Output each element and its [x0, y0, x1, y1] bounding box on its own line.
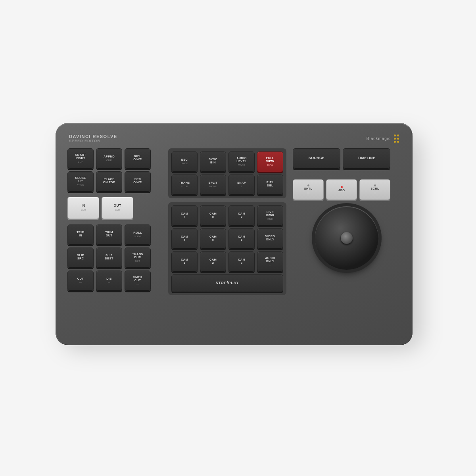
left-row3: TRIMIN TRIMOUT ROLL SLIDE: [67, 225, 162, 245]
left-row4: SLIPSRC SLIPDEST TRANSDUR SET: [67, 248, 162, 268]
dot4: [397, 138, 399, 140]
timeline-key[interactable]: TIMELINE: [343, 148, 390, 169]
section-left: SMARTINSRT CLIP APPND CLIP RIPLO/WR: [67, 148, 162, 295]
center-top-group: ESC UNDO SYNCBIN AUDIOLEVEL MARK FULL: [168, 148, 286, 198]
left-bottom-keys: TRIMIN TRIMOUT ROLL SLIDE: [67, 225, 162, 291]
cam3-key[interactable]: CAM3: [228, 251, 255, 272]
left-row5: CUT — DIS — SMTHCUT —: [67, 271, 162, 291]
dot1: [394, 134, 396, 136]
dis-key[interactable]: DIS —: [96, 271, 122, 291]
smth-cut-key[interactable]: SMTHCUT —: [125, 271, 151, 291]
cam-row1: CAM7 CAM8 CAM9 LIVEO/WR RND: [171, 205, 283, 226]
place-on-top-key[interactable]: PLACEON TOP: [96, 171, 122, 192]
cam8-key[interactable]: CAM8: [200, 205, 226, 226]
center-row1: ESC UNDO SYNCBIN AUDIOLEVEL MARK FULL: [171, 152, 283, 172]
jog-key[interactable]: JOG: [326, 179, 357, 200]
roll-key[interactable]: ROLL SLIDE: [125, 225, 151, 245]
cam6-key[interactable]: CAM6: [228, 228, 255, 249]
dot2: [397, 134, 399, 136]
spacer: [136, 197, 162, 219]
src-owr-key[interactable]: SRCO/WR: [125, 171, 151, 192]
brand-title: DAVINCI RESOLVE: [69, 134, 117, 139]
cam-row2: CAM4 CAM5 CAM6 VIDEOONLY: [171, 228, 283, 249]
ripl-owr-key[interactable]: RIPLO/WR: [125, 148, 151, 169]
cut-key[interactable]: CUT —: [67, 271, 94, 291]
slip-dest-key[interactable]: SLIPDEST: [96, 248, 122, 268]
stop-play-key[interactable]: STOP/PLAY: [171, 274, 283, 292]
left-row1: SMARTINSRT CLIP APPND CLIP RIPLO/WR: [67, 148, 162, 169]
shtl-key[interactable]: SHTL —: [293, 179, 324, 200]
source-key[interactable]: SOURCE: [293, 148, 340, 169]
jog-wheel-container: [293, 206, 401, 270]
left-top-keys: SMARTINSRT CLIP APPND CLIP RIPLO/WR: [67, 148, 162, 192]
ctrl-keys-col: SHTL — JOG SCRL —: [293, 179, 390, 200]
ctrl-jog-area: SHTL — JOG SCRL —: [293, 179, 401, 200]
appnd-key[interactable]: APPND CLIP: [96, 148, 122, 169]
trim-out-key[interactable]: TRIMOUT: [96, 225, 122, 245]
ripl-del-key[interactable]: RIPLDEL: [257, 175, 283, 195]
brand-right: Blackmagic: [367, 134, 399, 143]
trim-in-key[interactable]: TRIMIN: [67, 225, 94, 245]
full-view-key[interactable]: FULLVIEW RVW: [257, 152, 283, 172]
jog-led: [341, 186, 343, 188]
cam2-key[interactable]: CAM2: [200, 251, 226, 272]
dot3: [394, 138, 396, 140]
trans-dur-key[interactable]: TRANSDUR SET: [125, 248, 151, 268]
out-key[interactable]: OUT CLR: [102, 197, 133, 219]
keyboard-main: SMARTINSRT CLIP APPND CLIP RIPLO/WR: [67, 148, 401, 295]
blackmagic-dots-icon: [394, 134, 399, 143]
cam4-key[interactable]: CAM4: [171, 228, 198, 249]
top-labels: DAVINCI RESOLVE SPEED EDITOR Blackmagic: [67, 134, 401, 143]
cam9-key[interactable]: CAM9: [228, 205, 255, 226]
trans-key[interactable]: TRANS TITLE: [171, 175, 198, 195]
cam5-key[interactable]: CAM5: [200, 228, 226, 249]
cam1-key[interactable]: CAM1: [171, 251, 198, 272]
slip-src-key[interactable]: SLIPSRC: [67, 248, 94, 268]
jog-wheel-center: [341, 232, 353, 244]
device-body: DAVINCI RESOLVE SPEED EDITOR Blackmagic: [56, 123, 413, 345]
left-row2: CLOSEUP YPOS PLACEON TOP SRCO/WR: [67, 171, 162, 192]
scrl-led: [374, 184, 376, 186]
audio-level-key[interactable]: AUDIOLEVEL MARK: [228, 152, 255, 172]
cam-group: CAM7 CAM8 CAM9 LIVEO/WR RND: [168, 202, 286, 295]
dot6: [397, 141, 399, 143]
smart-insrt-key[interactable]: SMARTINSRT CLIP: [67, 148, 94, 169]
esc-key[interactable]: ESC UNDO: [171, 152, 198, 172]
in-key[interactable]: IN CLR: [67, 197, 99, 219]
cam-row3: CAM1 CAM2 CAM3 AUDIOONLY —: [171, 251, 283, 272]
in-out-row: IN CLR OUT CLR: [67, 197, 162, 219]
brand-right-text: Blackmagic: [367, 136, 391, 141]
dot5: [394, 141, 396, 143]
live-owr-key[interactable]: LIVEO/WR RND: [257, 205, 283, 226]
brand-left: DAVINCI RESOLVE SPEED EDITOR: [69, 134, 117, 143]
split-key[interactable]: SPLIT MOVE: [200, 175, 226, 195]
spacer2: [293, 171, 401, 177]
section-center: ESC UNDO SYNCBIN AUDIOLEVEL MARK FULL: [168, 148, 286, 295]
cam7-key[interactable]: CAM7: [171, 205, 198, 226]
brand-subtitle: SPEED EDITOR: [69, 139, 117, 143]
ctrl-row: SHTL — JOG SCRL —: [293, 179, 390, 200]
section-right: SOURCE TIMELINE SHTL: [293, 148, 401, 295]
source-timeline-row: SOURCE TIMELINE: [293, 148, 401, 169]
device-wrapper: DAVINCI RESOLVE SPEED EDITOR Blackmagic: [56, 123, 420, 353]
snap-key[interactable]: SNAP ≡: [228, 175, 255, 195]
shtl-led: [307, 184, 309, 186]
sync-bin-key[interactable]: SYNCBIN: [200, 152, 226, 172]
close-up-key[interactable]: CLOSEUP YPOS: [67, 171, 94, 192]
jog-wheel[interactable]: [315, 206, 378, 270]
audio-only-key[interactable]: AUDIOONLY —: [257, 251, 283, 272]
video-only-key[interactable]: VIDEOONLY: [257, 228, 283, 249]
center-row2: TRANS TITLE SPLIT MOVE SNAP ≡ RIPLDEL: [171, 175, 283, 195]
scrl-key[interactable]: SCRL —: [359, 179, 390, 200]
